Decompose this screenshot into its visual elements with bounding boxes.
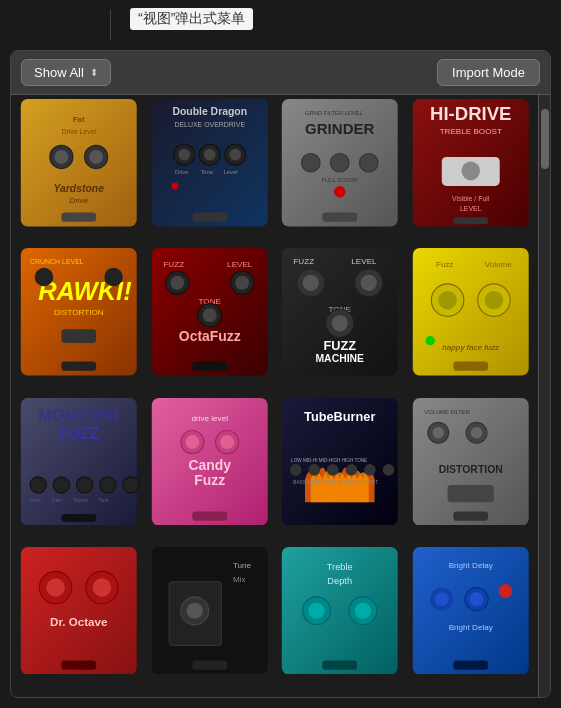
svg-rect-130: [61, 660, 96, 669]
pedal-cell[interactable]: VOLUME FILTER DISTORTION: [407, 398, 535, 526]
svg-text:DISTORTION: DISTORTION: [54, 308, 104, 317]
svg-rect-154: [453, 660, 488, 669]
svg-point-136: [186, 602, 202, 618]
pedal-cell[interactable]: TubeBurner LOW MID-HI MID-HIGH HIGH TONE…: [276, 398, 404, 526]
svg-point-89: [100, 476, 116, 492]
svg-text:CRUNCH   LEVEL: CRUNCH LEVEL: [30, 258, 84, 265]
svg-point-86: [30, 476, 46, 492]
svg-rect-60: [192, 362, 227, 371]
svg-rect-32: [322, 213, 357, 222]
svg-point-120: [470, 426, 482, 438]
svg-point-77: [438, 291, 457, 310]
svg-point-4: [54, 150, 68, 164]
svg-rect-23: [192, 213, 227, 222]
svg-point-101: [220, 435, 234, 449]
pedal-cell[interactable]: Bright Delay Bright Delay: [407, 547, 535, 675]
svg-text:Fuzz: Fuzz: [435, 260, 453, 269]
svg-text:Tune: Tune: [232, 561, 251, 570]
svg-text:Volume: Volume: [484, 260, 512, 269]
pedal-cell[interactable]: FUZZ LEVEL TONE OctaFuzz: [146, 248, 274, 376]
svg-point-112: [364, 464, 376, 476]
svg-rect-104: [192, 511, 227, 520]
svg-text:Bright  Delay: Bright Delay: [448, 561, 493, 570]
svg-text:Tone: Tone: [200, 169, 213, 175]
svg-point-142: [308, 602, 324, 618]
svg-point-88: [76, 476, 92, 492]
svg-point-27: [302, 153, 321, 172]
pedal-cell[interactable]: GRND FILTER LEVEL GRINDER FULL SCOOP: [276, 99, 404, 227]
svg-point-149: [434, 592, 448, 606]
svg-text:Candy: Candy: [188, 456, 231, 472]
svg-text:Drive: Drive: [174, 169, 188, 175]
svg-text:FULL   SCOOP: FULL SCOOP: [322, 177, 359, 183]
pedal-cell[interactable]: drive level Candy Fuzz: [146, 398, 274, 526]
pedal-cell[interactable]: Treble Depth: [276, 547, 404, 675]
svg-text:DISTORTION: DISTORTION: [438, 464, 502, 475]
svg-rect-82: [453, 362, 488, 371]
grid-area: Fat Drive Level Yardstone Drive: [11, 95, 550, 697]
svg-text:DELUXE OVERDRIVE: DELUXE OVERDRIVE: [174, 121, 245, 128]
svg-point-67: [361, 275, 377, 291]
pedal-cell[interactable]: MONSTER FUZZ Drive Gain Texture Tone: [15, 398, 143, 526]
svg-point-45: [35, 268, 54, 287]
svg-rect-47: [61, 329, 96, 343]
svg-text:Bright  Delay: Bright Delay: [448, 623, 493, 632]
svg-rect-48: [61, 362, 96, 371]
svg-text:Drive: Drive: [69, 196, 88, 205]
svg-text:VOLUME  FILTER: VOLUME FILTER: [424, 409, 470, 415]
svg-point-79: [484, 291, 503, 310]
svg-point-31: [334, 186, 346, 198]
svg-text:Tone: Tone: [98, 498, 108, 503]
svg-text:Level: Level: [223, 169, 237, 175]
svg-text:Drive: Drive: [30, 498, 41, 503]
svg-text:Treble: Treble: [327, 562, 353, 572]
svg-text:happy face fuzz: happy face fuzz: [442, 343, 500, 352]
svg-text:Depth: Depth: [327, 576, 352, 586]
svg-point-65: [303, 275, 319, 291]
svg-point-6: [89, 150, 103, 164]
svg-text:Mix: Mix: [232, 575, 245, 584]
svg-point-144: [355, 602, 371, 618]
svg-rect-122: [447, 484, 493, 501]
toolbar: Show All ⬍ Import Mode: [11, 51, 550, 95]
svg-point-109: [308, 464, 320, 476]
svg-text:Fuzz: Fuzz: [194, 471, 225, 487]
svg-point-87: [53, 476, 69, 492]
pedal-cell[interactable]: Fat Drive Level Yardstone Drive: [15, 99, 143, 227]
svg-point-58: [202, 309, 216, 323]
svg-point-113: [383, 464, 395, 476]
svg-text:FUZZ: FUZZ: [293, 257, 314, 266]
svg-point-151: [469, 592, 483, 606]
svg-text:FUZZ: FUZZ: [323, 338, 356, 353]
svg-point-108: [290, 464, 302, 476]
pedal-cell[interactable]: Dr. Octave: [15, 547, 143, 675]
svg-point-80: [425, 336, 434, 345]
svg-rect-137: [192, 660, 227, 669]
svg-rect-115: [412, 398, 528, 526]
svg-rect-124: [21, 547, 137, 675]
svg-point-14: [178, 149, 190, 161]
import-mode-button[interactable]: Import Mode: [437, 59, 540, 86]
show-all-label: Show All: [34, 65, 84, 80]
pedal-cell[interactable]: Double Dragon DELUXE OVERDRIVE Drive Ton…: [146, 99, 274, 227]
pedal-cell[interactable]: CRUNCH LEVEL RAWKI! DISTORTION: [15, 248, 143, 376]
scrollbar[interactable]: [538, 95, 550, 697]
pedal-cell[interactable]: Fuzz Volume happy face fuzz: [407, 248, 535, 376]
pedal-cell[interactable]: HI-DRIVE TREBLE BOOST Visible / Full LEV…: [407, 99, 535, 227]
pedal-cell[interactable]: FUZZ LEVEL TONE FUZZ MACHINE: [276, 248, 404, 376]
tooltip-line: [110, 10, 111, 40]
pedal-cell[interactable]: Tune Mix: [146, 547, 274, 675]
tooltip-text: “视图”弹出式菜单: [130, 8, 253, 30]
svg-text:TREBLE BOOST: TREBLE BOOST: [439, 127, 501, 136]
show-all-button[interactable]: Show All ⬍: [21, 59, 111, 86]
svg-point-99: [185, 435, 199, 449]
svg-point-46: [104, 268, 123, 287]
svg-point-28: [330, 153, 349, 172]
svg-text:OctaFuzz: OctaFuzz: [178, 328, 240, 344]
svg-point-128: [93, 578, 112, 597]
svg-rect-145: [322, 660, 357, 669]
svg-point-18: [229, 149, 241, 161]
svg-rect-9: [61, 213, 96, 222]
scrollbar-thumb[interactable]: [541, 109, 549, 169]
svg-text:LOW  MID-HI  MID-HIGH  HIGH  T: LOW MID-HI MID-HIGH HIGH TONE: [291, 457, 367, 462]
